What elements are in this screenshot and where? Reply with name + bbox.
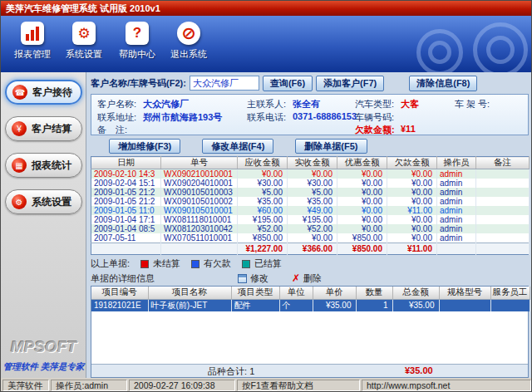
col-qty[interactable]: 数量: [356, 287, 392, 299]
bill-row[interactable]: 2009-01-04 08:5 WX081203010042 ¥52.00 ¥5…: [91, 224, 530, 233]
cell-memo: [476, 224, 530, 233]
col-item-code[interactable]: 项目编号: [91, 287, 148, 299]
toolbar-exit-button[interactable]: ⊘ 退出系统: [164, 22, 214, 68]
cell-bill-no: WX081118010001: [161, 215, 238, 224]
cell-discount: ¥0.00: [337, 169, 387, 179]
statusbar-operator: 操作员:admin: [51, 380, 127, 391]
detail-modify-button[interactable]: 修改: [238, 272, 268, 285]
delete-bill-button[interactable]: 删除单据(F5): [295, 139, 367, 154]
bill-row[interactable]: 2009-01-05 11:0 WX090105010001 ¥60.00 ¥4…: [91, 206, 530, 215]
sidebar-item-settlement[interactable]: ¥ 客户结算: [5, 116, 82, 141]
edit-icon: [238, 274, 247, 283]
car-type-value: 大客: [401, 98, 419, 110]
col-discount[interactable]: 优惠金额: [337, 157, 387, 169]
cell-received: ¥35.00: [288, 197, 337, 206]
tools-icon: ⚙: [72, 22, 96, 45]
col-price[interactable]: 单价: [313, 287, 356, 299]
cell-operator: admin: [437, 233, 476, 243]
cell-total: ¥35.00: [392, 299, 439, 311]
col-unit[interactable]: 单位: [279, 287, 313, 299]
col-memo[interactable]: 备注: [476, 157, 530, 169]
bill-row[interactable]: 2009-01-05 21:2 WX090105010003 ¥5.00 ¥5.…: [91, 188, 530, 197]
col-item-name[interactable]: 项目名称: [148, 287, 231, 299]
sidebar-item-reception[interactable]: ☎ 客户接待: [5, 80, 82, 105]
col-item-type[interactable]: 项目类型: [231, 287, 279, 299]
debt-color-swatch: [191, 260, 200, 268]
cell-item-code: 191821021E: [91, 299, 148, 311]
toolbar-report-button[interactable]: 报表管理: [7, 22, 57, 68]
col-date[interactable]: 日期: [91, 157, 161, 169]
variety-total-label: 品种合计:: [208, 366, 247, 376]
col-received[interactable]: 实收金额: [288, 157, 337, 169]
bill-row[interactable]: 2009-02-10 14:3 WX090210010001 ¥0.00 ¥0.…: [91, 169, 530, 179]
total-receivable: ¥1,227.00: [238, 243, 288, 255]
cell-discount: ¥0.00: [337, 179, 387, 188]
status-legend: 以上单据: 未结算 有欠款 已结算: [91, 258, 529, 269]
detail-summary-bar: 品种合计: 1 ¥35.00: [91, 364, 528, 377]
cell-operator: admin: [437, 197, 476, 206]
cell-date: 2009-02-04 15:1: [91, 179, 161, 188]
query-button[interactable]: 查询(F6): [263, 76, 313, 91]
cell-bill-no: WX090105010003: [161, 188, 238, 197]
cell-item-type: 配件: [231, 299, 279, 311]
cell-bill-no: WX081203010042: [161, 224, 238, 233]
brand-slogan: 管理软件 美萍是专家: [1, 361, 86, 373]
add-repair-button[interactable]: 增加维修(F3): [109, 139, 180, 154]
mpsoft-logo: MPSOFT: [1, 338, 86, 356]
toolbar-settings-button[interactable]: ⚙ 系统设置: [59, 22, 109, 68]
cell-received: ¥52.00: [288, 224, 337, 233]
col-operator[interactable]: 操作员: [437, 157, 476, 169]
detail-table: 项目编号 项目名称 项目类型 单位 单价 数量 总金额 规格型号 服务员工 19…: [91, 287, 530, 311]
col-staff[interactable]: 服务员工: [490, 287, 530, 299]
col-spec[interactable]: 规格型号: [439, 287, 490, 299]
statusbar-help-hint: 按F1查看帮助文档: [237, 380, 360, 391]
cell-debt: ¥0.00: [387, 215, 437, 224]
detail-header-bar: 单据的详细信息 修改 ✗ 删除: [91, 272, 529, 284]
detail-delete-button[interactable]: ✗ 删除: [292, 272, 322, 285]
totals-spacer: [161, 243, 238, 255]
toolbar-help-button[interactable]: ? 帮助中心: [112, 22, 162, 68]
bill-row[interactable]: 2009-02-04 15:1 WX090204010001 ¥30.00 ¥3…: [91, 179, 530, 188]
cell-operator: admin: [437, 206, 476, 215]
cell-date: 2009-01-05 21:2: [91, 197, 161, 206]
cell-price: ¥35.00: [313, 299, 356, 311]
window-title: 美萍汽车维修管理系统 试用版 2010v1: [6, 3, 160, 13]
cell-received: ¥49.00: [288, 206, 337, 215]
cell-received: ¥0.00: [288, 233, 337, 243]
col-receivable[interactable]: 应收金额: [238, 157, 288, 169]
customer-search-input[interactable]: [190, 76, 259, 91]
cell-debt: ¥0.00: [387, 233, 437, 243]
detail-item-row[interactable]: 191821021E 叶子板(前)-JET 配件 个 ¥35.00 1 ¥35.…: [91, 299, 530, 311]
cell-receivable: ¥195.00: [238, 215, 288, 224]
bill-action-bar: 增加维修(F3) 修改单据(F4) 删除单据(F5): [109, 139, 529, 154]
main-content: 客户名称/车牌号码(F2): 查询(F6) 添加客户(F7) 清除信息(F8) …: [86, 72, 532, 378]
cell-receivable: ¥5.00: [238, 188, 288, 197]
sidebar-item-statistics[interactable]: ▦ 报表统计: [5, 153, 82, 178]
sidebar-item-settings[interactable]: ⚙ 系统设置: [5, 189, 82, 214]
col-total[interactable]: 总金额: [392, 287, 439, 299]
cell-memo: [476, 169, 530, 179]
phone-value: 0371-68886153: [293, 111, 357, 121]
bill-row[interactable]: 2007-05-11 WX070511010001 ¥850.00 ¥0.00 …: [91, 233, 530, 243]
cell-debt: ¥0.00: [387, 169, 437, 179]
cell-bill-no: WX090210010001: [161, 169, 238, 179]
cell-memo: [476, 188, 530, 197]
col-bill-no[interactable]: 单号: [161, 157, 238, 169]
customer-name-label: 客户名称:: [97, 98, 136, 110]
bill-row[interactable]: 2009-01-05 21:2 WX090105010002 ¥35.00 ¥3…: [91, 197, 530, 206]
bill-row[interactable]: 2009-01-04 17:1 WX081118010001 ¥195.00 ¥…: [91, 215, 530, 224]
modify-bill-button[interactable]: 修改单据(F4): [202, 139, 273, 154]
add-customer-button[interactable]: 添加客户(F7): [316, 76, 384, 91]
legend-settled-label: 已结算: [254, 257, 282, 270]
cell-debt: ¥0.00: [387, 224, 437, 233]
toolbar-exit-label: 退出系统: [170, 48, 207, 61]
sidebar: ☎ 客户接待 ¥ 客户结算 ▦ 报表统计 ⚙ 系统设置 MPSOFT 管理软件 …: [1, 72, 86, 378]
cell-debt: ¥0.00: [387, 197, 437, 206]
cell-operator: admin: [437, 188, 476, 197]
clear-info-button[interactable]: 清除信息(F8): [409, 76, 477, 91]
contact-label: 主联系人:: [247, 98, 286, 110]
cell-discount: ¥0.00: [337, 206, 387, 215]
col-debt[interactable]: 欠款金额: [387, 157, 437, 169]
sidebar-statistics-label: 报表统计: [32, 159, 71, 173]
unsettled-color-swatch: [140, 260, 149, 268]
